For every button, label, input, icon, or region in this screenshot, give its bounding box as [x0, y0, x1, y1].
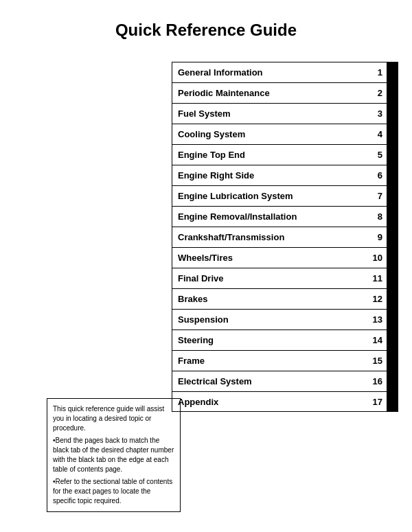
table-of-contents: General Information1Periodic Maintenance…: [172, 62, 398, 412]
toc-number: 3: [366, 108, 387, 119]
toc-row[interactable]: Fuel System3: [172, 103, 398, 124]
info-box-text: •Refer to the sectional table of content…: [53, 477, 174, 506]
toc-black-tab: [387, 83, 398, 104]
toc-row[interactable]: Engine Right Side6: [172, 165, 398, 185]
toc-black-tab: [387, 248, 398, 268]
toc-row[interactable]: Cooling System4: [172, 124, 398, 144]
toc-row[interactable]: Final Drive11: [172, 268, 398, 288]
toc-number: 5: [366, 150, 387, 160]
toc-label: Steering: [172, 335, 366, 345]
toc-label: Frame: [172, 356, 366, 366]
toc-black-tab: [387, 268, 398, 289]
toc-number: 7: [366, 191, 387, 201]
toc-number: 4: [366, 129, 387, 139]
info-box-text: This quick reference guide will assist y…: [53, 404, 174, 433]
toc-number: 14: [366, 335, 387, 345]
toc-label: Crankshaft/Transmission: [172, 232, 366, 242]
toc-black-tab: [387, 165, 398, 186]
toc-label: Engine Lubrication System: [172, 191, 366, 201]
toc-black-tab: [387, 104, 398, 124]
toc-number: 2: [366, 88, 387, 98]
toc-black-tab: [387, 186, 398, 207]
toc-label: Periodic Maintenance: [172, 88, 366, 98]
toc-black-tab: [387, 391, 398, 412]
toc-number: 10: [366, 253, 387, 263]
toc-black-tab: [387, 62, 398, 83]
toc-label: Engine Top End: [172, 150, 366, 160]
toc-number: 1: [366, 67, 387, 78]
toc-number: 13: [366, 314, 387, 325]
toc-label: Electrical System: [172, 376, 366, 386]
toc-label: Final Drive: [172, 273, 366, 284]
toc-row[interactable]: Appendix17: [172, 391, 398, 412]
toc-row[interactable]: Brakes12: [172, 288, 398, 309]
toc-row[interactable]: Electrical System16: [172, 371, 398, 391]
toc-row[interactable]: Engine Lubrication System7: [172, 185, 398, 206]
toc-row[interactable]: Crankshaft/Transmission9: [172, 227, 398, 247]
toc-black-tab: [387, 227, 398, 248]
toc-black-tab: [387, 310, 398, 330]
toc-row[interactable]: Periodic Maintenance2: [172, 82, 398, 103]
toc-black-tab: [387, 351, 398, 371]
toc-number: 12: [366, 294, 387, 304]
toc-number: 11: [366, 273, 387, 284]
toc-number: 9: [366, 232, 387, 242]
toc-row[interactable]: Wheels/Tires10: [172, 247, 398, 268]
page-title: Quick Reference Guide: [0, 0, 412, 54]
toc-label: Engine Right Side: [172, 170, 366, 181]
toc-label: Brakes: [172, 294, 366, 304]
toc-row[interactable]: Engine Top End5: [172, 144, 398, 165]
toc-label: Suspension: [172, 314, 366, 325]
toc-number: 8: [366, 211, 387, 222]
toc-label: General Information: [172, 67, 366, 78]
toc-label: Cooling System: [172, 129, 366, 139]
toc-black-tab: [387, 371, 398, 392]
toc-label: Appendix: [172, 397, 366, 407]
toc-black-tab: [387, 145, 398, 165]
toc-number: 15: [366, 356, 387, 366]
toc-black-tab: [387, 207, 398, 227]
toc-label: Wheels/Tires: [172, 253, 366, 263]
toc-row[interactable]: Steering14: [172, 329, 398, 350]
toc-row[interactable]: General Information1: [172, 62, 398, 82]
info-box-text: •Bend the pages back to match the black …: [53, 436, 174, 474]
toc-number: 6: [366, 170, 387, 181]
toc-row[interactable]: Engine Removal/Installation8: [172, 206, 398, 227]
toc-black-tab: [387, 289, 398, 310]
toc-black-tab: [387, 124, 398, 145]
toc-row[interactable]: Suspension13: [172, 309, 398, 329]
toc-number: 17: [366, 397, 387, 407]
toc-number: 16: [366, 376, 387, 386]
toc-row[interactable]: Frame15: [172, 350, 398, 371]
toc-label: Fuel System: [172, 108, 366, 119]
toc-label: Engine Removal/Installation: [172, 211, 366, 222]
toc-black-tab: [387, 330, 398, 351]
info-box: This quick reference guide will assist y…: [47, 398, 181, 512]
